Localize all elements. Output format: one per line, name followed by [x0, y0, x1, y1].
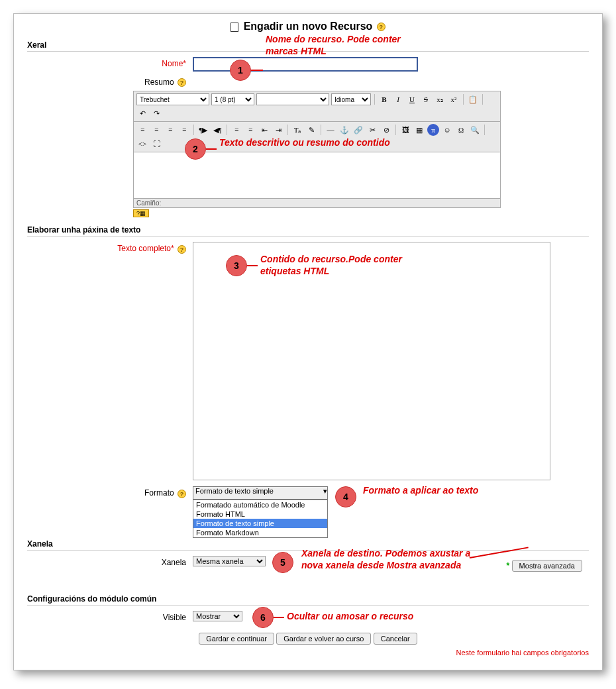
formato-option-auto[interactable]: Formatado automático de Moodle [193, 500, 327, 509]
callout-1-line [251, 70, 263, 71]
align-center-icon[interactable]: ≡ [150, 124, 162, 136]
undo-icon[interactable]: ↶ [136, 107, 148, 119]
section-elaborar-header: Elaborar unha páxina de texto [27, 225, 589, 237]
cancel-button[interactable]: Cancelar [374, 633, 417, 645]
form-buttons: Gardar e continuar Gardar e volver ao cu… [27, 633, 589, 645]
page-icon [231, 23, 238, 32]
label-xanela: Xanela [27, 556, 193, 567]
size-select[interactable]: 1 (8 pt) [211, 93, 254, 105]
bold-icon[interactable]: B [378, 93, 390, 105]
ol-icon[interactable]: ≡ [231, 124, 242, 136]
heading-select[interactable] [256, 93, 329, 105]
hr-icon[interactable]: — [325, 124, 336, 136]
callout-3-text: Contido do recurso.Pode conter etiquetas… [260, 254, 413, 277]
help-icon-resumo[interactable]: ? [178, 78, 186, 87]
row-nome: Nome* [27, 57, 589, 72]
nolink-icon[interactable]: ⊘ [380, 124, 392, 136]
callout-6-line [274, 617, 284, 618]
select-formato-dropdown: Formatado automático de Moodle Formato H… [193, 500, 328, 538]
editor-path: Camiño: [133, 199, 501, 208]
font-select[interactable]: Trebuchet [136, 93, 209, 105]
page-title: Engadir un novo Recurso [244, 21, 373, 32]
row-xanela: Xanela Mesma xanela 5 Xanela de destino.… [27, 556, 589, 567]
textcolor-icon[interactable]: Tₐ [291, 124, 303, 136]
label-visible: Visible [27, 611, 193, 622]
section-elaborar: Elaborar unha páxina de texto Texto comp… [27, 225, 589, 500]
equation-icon[interactable]: π [427, 124, 439, 136]
subscript-icon[interactable]: x₂ [434, 93, 446, 105]
label-texto-completo: Texto completo* ? [27, 242, 193, 253]
section-common: Configuracións do módulo común Visible M… [27, 594, 589, 622]
form-panel: Engadir un novo Recurso ? Nome do recurs… [13, 13, 603, 670]
find-icon[interactable]: 🔍 [469, 124, 481, 136]
row-visible: Visible Mostrar 6 Ocultar ou amosar o re… [27, 611, 589, 622]
align-right-icon[interactable]: ≡ [164, 124, 176, 136]
formato-option-simple[interactable]: Formato de texto simple [193, 519, 327, 528]
callout-2-line [206, 148, 217, 150]
help-icon-texto[interactable]: ? [178, 245, 186, 254]
callout-3-line [247, 265, 258, 266]
save-continue-button[interactable]: Gardar e continuar [199, 633, 274, 645]
underline-icon[interactable]: U [406, 93, 418, 105]
select-formato[interactable]: Formato de texto simple ▾ [193, 486, 328, 500]
label-formato: Formato ? [27, 486, 193, 498]
superscript-icon[interactable]: x² [448, 93, 460, 105]
required-footnote: Neste formulario hai campos obrigatorios [27, 649, 589, 657]
callout-4-text: Formato a aplicar ao texto [363, 485, 482, 497]
textarea-texto-completo[interactable] [193, 242, 550, 480]
source-icon[interactable]: <> [136, 138, 148, 150]
label-nome: Nome* [27, 57, 193, 68]
input-nome[interactable] [193, 57, 418, 72]
callout-5-text: Xanela de destino. Podemos axustar a nov… [301, 548, 474, 571]
save-return-button[interactable]: Gardar e volver ao curso [276, 633, 371, 645]
callout-2-text: Texto descritivo ou resumo do contido [219, 137, 391, 149]
wysiwyg-editor: Trebuchet 1 (8 pt) Idioma B I U S x₂ x² … [133, 91, 501, 217]
char-icon[interactable]: Ω [455, 124, 467, 136]
strike-icon[interactable]: S [420, 93, 432, 105]
table-icon[interactable]: ▦ [413, 124, 425, 136]
formato-option-markdown[interactable]: Formato Markdown [193, 528, 327, 537]
unlink-icon[interactable]: ✂ [366, 124, 378, 136]
row-resumo: Resumo ? [27, 76, 589, 87]
rtl-icon[interactable]: ◀¶ [211, 124, 223, 136]
callout-1-text: Nome do recurso. Pode conter marcas HTML [266, 34, 425, 57]
image-icon[interactable]: 🖼 [399, 124, 411, 136]
callout-4-badge: 4 [335, 486, 356, 507]
help-icon[interactable]: ? [377, 23, 385, 31]
row-formato: Formato ? Formato de texto simple ▾ Form… [27, 486, 589, 500]
italic-icon[interactable]: I [392, 93, 404, 105]
fullscreen-icon[interactable]: ⛶ [150, 138, 162, 150]
link-icon[interactable]: 🔗 [352, 124, 364, 136]
editor-toolbar-row1: Trebuchet 1 (8 pt) Idioma B I U S x₂ x² … [133, 91, 501, 122]
editor-content-area[interactable] [133, 152, 501, 199]
label-resumo: Resumo ? [27, 76, 193, 87]
help-icon-formato[interactable]: ? [178, 490, 186, 498]
keyboard-toggle[interactable]: ?▦ [133, 209, 149, 217]
callout-6-text: Ocultar ou amosar o recurso [287, 611, 459, 623]
redo-icon[interactable]: ↷ [150, 107, 162, 119]
bgcolor-icon[interactable]: ✎ [305, 124, 317, 136]
align-justify-icon[interactable]: ≡ [178, 124, 190, 136]
section-xeral: Xeral Nome* Resumo ? Trebuchet 1 (8 pt) … [27, 40, 589, 217]
copy-icon[interactable]: 📋 [467, 93, 479, 105]
align-left-icon[interactable]: ≡ [136, 124, 148, 136]
formato-option-html[interactable]: Formato HTML [193, 509, 327, 519]
callout-6-badge: 6 [252, 607, 274, 628]
section-xanela: Xanela * Mostra avanzada Xanela Mesma xa… [27, 539, 589, 574]
lang-select[interactable]: Idioma [331, 93, 371, 105]
anchor-icon[interactable]: ⚓ [338, 124, 350, 136]
ul-icon[interactable]: ≡ [244, 124, 256, 136]
outdent-icon[interactable]: ⇤ [258, 124, 270, 136]
ltr-icon[interactable]: ¶▶ [197, 124, 209, 136]
page-title-row: Engadir un novo Recurso ? [27, 21, 589, 32]
callout-1-badge: 1 [230, 60, 251, 81]
callout-5-badge: 5 [272, 552, 293, 573]
select-xanela[interactable]: Mesma xanela [193, 556, 266, 566]
smiley-icon[interactable]: ☺ [441, 124, 453, 136]
section-common-header: Configuracións do módulo común [27, 594, 589, 606]
indent-icon[interactable]: ⇥ [272, 124, 284, 136]
select-visible[interactable]: Mostrar [193, 611, 242, 621]
row-texto-completo: Texto completo* ? 3 Contido do recurso.P… [27, 242, 589, 482]
